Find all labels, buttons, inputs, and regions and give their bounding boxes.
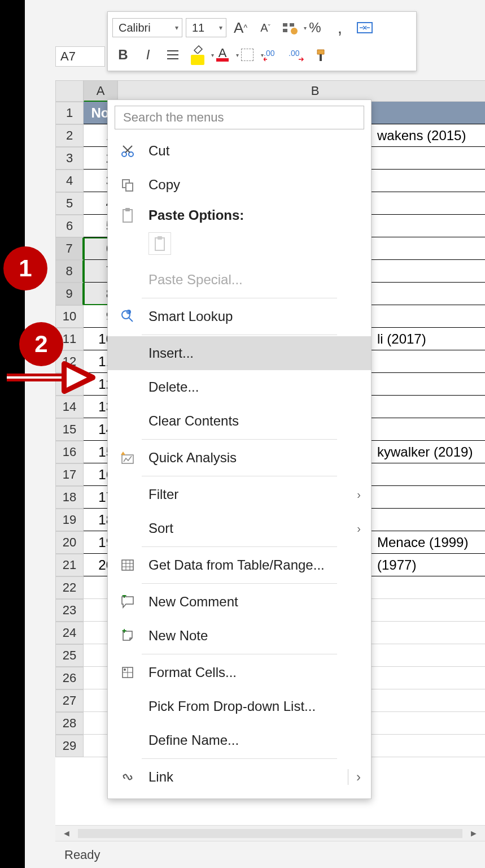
row-header[interactable]: 29 [55, 735, 84, 757]
row-header[interactable]: 4 [55, 170, 84, 192]
borders-button[interactable]: ▾ [237, 44, 258, 66]
mini-toolbar: Calibri ▾ 11 ▾ A^ Aˇ ▾ % , B I [107, 11, 417, 71]
row-header[interactable]: 17 [55, 463, 84, 486]
name-box[interactable]: A7 [55, 46, 105, 67]
merge-center-button[interactable] [354, 17, 375, 38]
comma-style-button[interactable]: , [329, 17, 351, 38]
column-header-a[interactable]: A [84, 80, 117, 102]
row-header[interactable]: 25 [55, 644, 84, 667]
svg-rect-14 [123, 210, 132, 222]
menu-search-input[interactable]: Search the menus [115, 106, 364, 129]
menu-separator [142, 583, 337, 584]
menu-separator [142, 298, 337, 298]
chevron-right-icon: › [348, 769, 361, 785]
row-header[interactable]: 9 [55, 283, 84, 305]
ctx-pick-from-list[interactable]: Pick From Drop-down List... [108, 689, 371, 723]
ctx-paste-special: Paste Special... [108, 263, 371, 297]
chevron-down-icon: ▾ [175, 24, 178, 32]
ctx-cut[interactable]: Cut [108, 134, 371, 168]
row-header[interactable]: 21 [55, 554, 84, 576]
column-header-b[interactable]: B [117, 80, 485, 102]
row-header[interactable]: 26 [55, 667, 84, 689]
increase-decimal-button[interactable]: .00 [286, 44, 308, 66]
menu-separator [142, 546, 337, 547]
menu-separator [142, 476, 337, 476]
ctx-label: Format Cells... [148, 665, 361, 680]
align-button[interactable] [162, 44, 183, 66]
chevron-down-icon: ▾ [219, 24, 222, 32]
smart-lookup-icon: i [118, 307, 137, 326]
ctx-clear-contents[interactable]: Clear Contents [108, 404, 371, 438]
select-all-corner[interactable] [55, 80, 84, 102]
font-size-value: 11 [192, 21, 204, 34]
row-header[interactable]: 15 [55, 418, 84, 441]
ctx-new-comment[interactable]: + New Comment [108, 585, 371, 619]
scroll-left-button[interactable]: ◄ [60, 828, 73, 839]
link-icon [118, 767, 137, 787]
row-header[interactable]: 16 [55, 441, 84, 463]
scroll-right-button[interactable]: ► [467, 828, 480, 839]
ctx-delete[interactable]: Delete... [108, 370, 371, 404]
italic-button[interactable]: I [137, 44, 159, 66]
ctx-new-note[interactable]: + New Note [108, 619, 371, 653]
row-header[interactable]: 2 [55, 124, 84, 147]
ctx-link[interactable]: Link › [108, 760, 371, 794]
row-header[interactable]: 22 [55, 576, 84, 599]
svg-rect-2 [290, 23, 294, 27]
font-size-select[interactable]: 11 ▾ [186, 18, 226, 37]
row-header[interactable]: 6 [55, 215, 84, 237]
ctx-insert[interactable]: Insert... [108, 336, 371, 370]
ctx-label: Delete... [148, 379, 361, 395]
row-header[interactable]: 24 [55, 622, 84, 644]
format-painter-button[interactable] [311, 44, 333, 66]
row-header[interactable]: 23 [55, 599, 84, 622]
menu-separator [142, 654, 337, 654]
row-header[interactable]: 5 [55, 192, 84, 215]
row-header[interactable]: 20 [55, 531, 84, 554]
row-header[interactable]: 7 [55, 237, 84, 260]
ctx-filter[interactable]: Filter › [108, 478, 371, 511]
row-header[interactable]: 14 [55, 396, 84, 418]
ctx-define-name[interactable]: Define Name... [108, 723, 371, 757]
bold-button[interactable]: B [112, 44, 134, 66]
svg-text:+: + [122, 595, 126, 600]
decrease-decimal-icon: .00 [264, 48, 281, 62]
decrease-decimal-button[interactable]: .00 [261, 44, 283, 66]
ctx-smart-lookup[interactable]: i Smart Lookup [108, 300, 371, 333]
row-header[interactable]: 27 [55, 689, 84, 712]
ctx-format-cells[interactable]: Format Cells... [108, 656, 371, 689]
note-icon: + [118, 626, 137, 645]
horizontal-scrollbar[interactable]: ◄ ► [55, 825, 485, 841]
chevron-right-icon: › [357, 522, 361, 535]
status-bar: Ready [55, 841, 485, 868]
status-ready: Ready [64, 848, 101, 862]
menu-separator [142, 335, 337, 335]
ctx-quick-analysis[interactable]: Quick Analysis [108, 441, 371, 475]
row-header[interactable]: 18 [55, 486, 84, 509]
ctx-sort[interactable]: Sort › [108, 511, 371, 545]
borders-icon [241, 49, 254, 61]
row-header[interactable]: 1 [55, 102, 84, 124]
font-color-button[interactable]: A ▾ [212, 44, 233, 66]
ctx-label: Filter [148, 487, 346, 502]
table-icon [118, 555, 137, 575]
svg-rect-23 [122, 560, 133, 570]
ctx-get-data[interactable]: Get Data from Table/Range... [108, 548, 371, 582]
decrease-font-size-button[interactable]: Aˇ [255, 17, 276, 38]
row-header[interactable]: 8 [55, 260, 84, 283]
menu-search-placeholder: Search the menus [123, 110, 224, 125]
row-header[interactable]: 19 [55, 509, 84, 531]
row-header[interactable]: 10 [55, 305, 84, 328]
row-header[interactable]: 3 [55, 147, 84, 170]
ctx-copy[interactable]: Copy [108, 168, 371, 202]
ctx-label: Pick From Drop-down List... [148, 698, 361, 714]
font-name-select[interactable]: Calibri ▾ [112, 18, 182, 37]
ctx-label: Sort [148, 520, 346, 536]
svg-text:+: + [122, 629, 126, 635]
row-header[interactable]: 28 [55, 712, 84, 735]
fill-color-button[interactable]: ▾ [187, 44, 208, 66]
conditional-format-button[interactable]: ▾ [279, 17, 301, 38]
percent-style-button[interactable]: % [304, 17, 326, 38]
scrollbar-track[interactable] [78, 829, 462, 838]
increase-font-size-button[interactable]: A^ [230, 17, 251, 38]
